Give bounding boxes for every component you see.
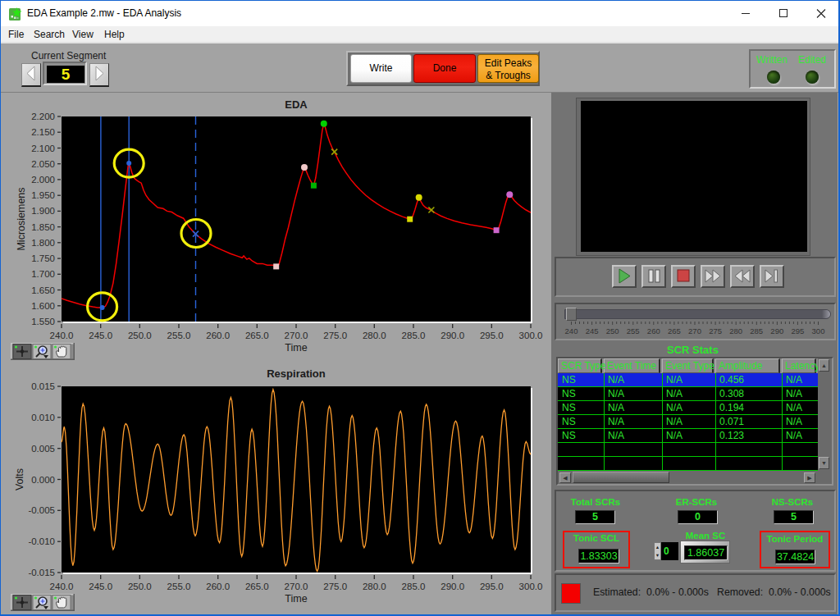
svg-text:290.0: 290.0: [441, 582, 464, 591]
svg-text:-0.005: -0.005: [28, 505, 55, 515]
svg-text:280: 280: [729, 326, 742, 335]
svg-text:2.050: 2.050: [31, 159, 55, 169]
svg-text:1.800: 1.800: [31, 238, 55, 248]
svg-text:1.750: 1.750: [31, 253, 55, 263]
svg-text:245: 245: [586, 326, 599, 335]
svg-text:250.0: 250.0: [128, 582, 152, 591]
svg-text:-0.015: -0.015: [28, 568, 55, 577]
svg-text:Microsiemens: Microsiemens: [16, 187, 27, 250]
svg-text:255: 255: [627, 326, 640, 335]
svg-text:2.000: 2.000: [31, 175, 55, 185]
svg-text:300.0: 300.0: [519, 331, 543, 340]
svg-text:265.0: 265.0: [245, 331, 269, 340]
svg-text:0.000: 0.000: [31, 475, 55, 485]
svg-text:1.850: 1.850: [31, 222, 55, 232]
svg-text:1.700: 1.700: [31, 269, 55, 279]
svg-text:245.0: 245.0: [89, 582, 112, 591]
svg-text:285.0: 285.0: [402, 582, 426, 591]
svg-text:1.900: 1.900: [31, 206, 55, 216]
svg-text:270.0: 270.0: [285, 331, 308, 340]
svg-text:1.650: 1.650: [31, 285, 55, 295]
svg-text:240.0: 240.0: [50, 582, 74, 591]
svg-text:260.0: 260.0: [206, 331, 230, 340]
svg-text:285.0: 285.0: [402, 331, 426, 340]
svg-text:255.0: 255.0: [167, 582, 191, 591]
svg-text:Time: Time: [285, 593, 307, 605]
svg-text:270.0: 270.0: [285, 582, 308, 591]
svg-text:295.0: 295.0: [480, 331, 504, 340]
svg-text:2.150: 2.150: [31, 127, 55, 137]
svg-text:290.0: 290.0: [441, 331, 464, 340]
svg-text:285: 285: [750, 326, 763, 335]
svg-text:275.0: 275.0: [323, 582, 347, 591]
svg-text:240: 240: [565, 326, 578, 335]
svg-text:1.950: 1.950: [31, 190, 55, 200]
svg-text:295: 295: [791, 326, 804, 335]
svg-text:0.005: 0.005: [31, 444, 55, 454]
svg-text:Time: Time: [285, 342, 307, 354]
svg-text:2.200: 2.200: [31, 112, 55, 121]
svg-text:-0.010: -0.010: [28, 536, 55, 546]
svg-text:270: 270: [688, 326, 701, 335]
svg-text:290: 290: [770, 326, 783, 335]
svg-text:Respiration: Respiration: [267, 367, 326, 380]
svg-text:275: 275: [709, 326, 722, 335]
svg-text:245.0: 245.0: [89, 331, 112, 340]
svg-text:2.100: 2.100: [31, 144, 55, 153]
svg-text:275.0: 275.0: [323, 331, 347, 340]
svg-text:255.0: 255.0: [167, 331, 191, 340]
svg-text:295.0: 295.0: [480, 582, 504, 591]
svg-text:300: 300: [812, 326, 825, 335]
svg-text:250: 250: [606, 326, 619, 335]
svg-text:265.0: 265.0: [245, 582, 269, 591]
svg-text:260.0: 260.0: [206, 582, 230, 591]
svg-text:Volts: Volts: [14, 468, 25, 491]
svg-text:EDA: EDA: [285, 98, 308, 111]
svg-text:240.0: 240.0: [50, 331, 74, 340]
svg-text:0.015: 0.015: [31, 381, 55, 391]
svg-text:1.550: 1.550: [31, 317, 55, 326]
svg-text:250.0: 250.0: [128, 331, 152, 340]
svg-text:265: 265: [668, 326, 681, 335]
svg-text:1.600: 1.600: [31, 301, 55, 311]
svg-text:0.010: 0.010: [31, 413, 55, 422]
svg-text:280.0: 280.0: [363, 582, 386, 591]
svg-text:300.0: 300.0: [519, 582, 543, 591]
svg-text:280.0: 280.0: [363, 331, 386, 340]
svg-text:260: 260: [647, 326, 660, 335]
